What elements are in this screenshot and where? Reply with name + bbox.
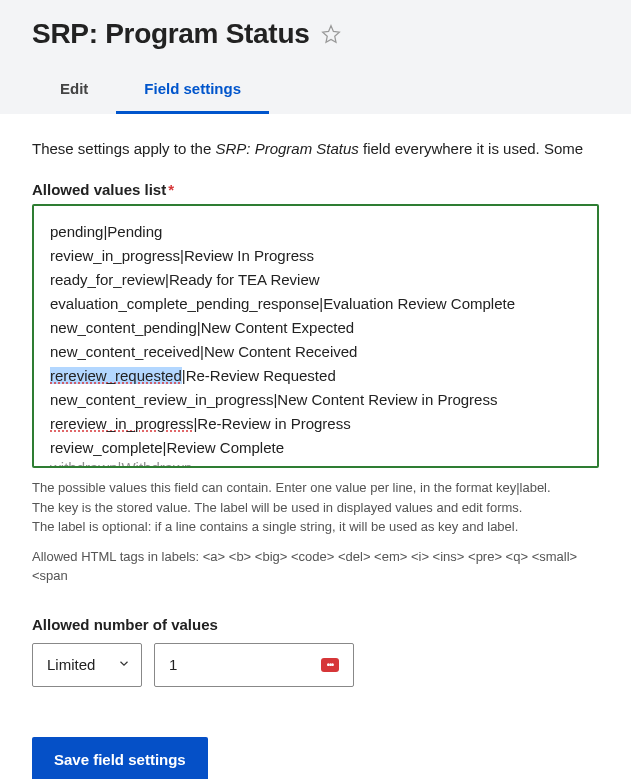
intro-text: These settings apply to the SRP: Program… <box>32 138 599 159</box>
allowed-values-label: Allowed values list* <box>32 181 599 198</box>
page-title: SRP: Program Status <box>32 18 309 50</box>
textarea-line: ready_for_review|Ready for TEA Review <box>50 268 581 292</box>
save-field-settings-button[interactable]: Save field settings <box>32 737 208 780</box>
tab-field-settings[interactable]: Field settings <box>116 68 269 114</box>
number-of-values-label: Allowed number of values <box>32 616 599 633</box>
help-text: The possible values this field can conta… <box>32 478 599 537</box>
tab-edit[interactable]: Edit <box>32 68 116 114</box>
textarea-line: rereview_in_progress|Re-Review in Progre… <box>50 412 581 436</box>
ellipsis-badge-icon[interactable]: ••• <box>321 658 339 672</box>
limit-type-select[interactable]: Limited <box>32 643 142 687</box>
textarea-line: evaluation_complete_pending_response|Eva… <box>50 292 581 316</box>
chevron-down-icon <box>117 656 131 673</box>
textarea-line: withdrawn|Withdrawn <box>50 456 581 466</box>
limit-number-input[interactable]: 1 ••• <box>154 643 354 687</box>
textarea-line: new_content_review_in_progress|New Conte… <box>50 388 581 412</box>
textarea-line: rereview_requested|Re-Review Requested <box>50 364 581 388</box>
tabs: Edit Field settings <box>32 68 599 114</box>
star-icon[interactable] <box>321 24 341 44</box>
textarea-line: new_content_pending|New Content Expected <box>50 316 581 340</box>
allowed-values-textarea[interactable]: pending|Pendingreview_in_progress|Review… <box>32 204 599 468</box>
textarea-line: review_in_progress|Review In Progress <box>50 244 581 268</box>
textarea-line: new_content_received|New Content Receive… <box>50 340 581 364</box>
textarea-line: pending|Pending <box>50 220 581 244</box>
allowed-tags-text: Allowed HTML tags in labels: <a> <b> <bi… <box>32 547 599 586</box>
